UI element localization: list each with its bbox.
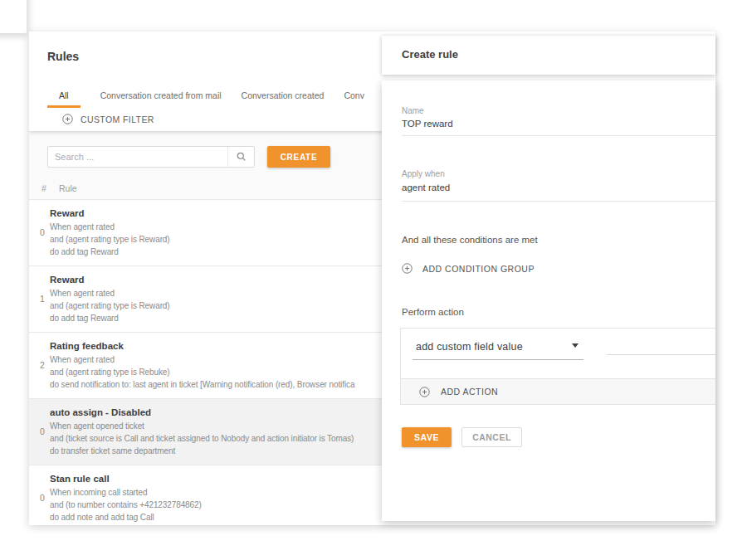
rule-action: do add note and add tag Call (50, 511, 202, 523)
rule-order: 1 (36, 294, 49, 304)
custom-filter-button[interactable]: CUSTOM FILTER (62, 114, 154, 124)
name-field[interactable]: TOP reward (402, 119, 453, 129)
rule-title: Reward (50, 273, 170, 287)
background-card-corner (0, 0, 27, 33)
rule-order: 2 (36, 360, 49, 370)
create-button[interactable]: CREATE (267, 146, 330, 168)
caret-down-icon (572, 343, 579, 348)
column-header-number: # (38, 183, 50, 193)
rule-condition: and (agent rating type is Reward) (50, 299, 170, 312)
conditions-heading: And all these conditions are met (402, 235, 538, 245)
action-type-select[interactable]: add custom field value (413, 338, 583, 360)
search-box (47, 146, 255, 168)
rule-condition: and (ticket source is Call and ticket as… (50, 432, 354, 445)
add-condition-group-label: ADD CONDITION GROUP (422, 264, 535, 274)
rule-condition: and (agent rating type is Reward) (50, 233, 170, 246)
apply-when-underline (402, 201, 715, 202)
action-value-input[interactable] (607, 337, 715, 355)
rule-condition: When incoming call started (50, 486, 202, 499)
custom-filter-label: CUSTOM FILTER (81, 114, 154, 124)
dialog-title: Create rule (402, 48, 458, 61)
action-group-box: add custom field value ADD ACTION (400, 328, 715, 405)
create-rule-body: Name TOP reward Apply when agent rated A… (382, 80, 715, 521)
rule-title: Rating feedback (50, 339, 354, 353)
circle-plus-icon (402, 263, 413, 274)
perform-action-heading: Perform action (402, 307, 464, 317)
circle-plus-icon (419, 387, 430, 397)
tab-conversation-created[interactable]: Conversation created (242, 90, 325, 108)
rule-condition: and (agent rating type is Rebuke) (50, 366, 354, 378)
table-header: # Rule (38, 183, 77, 193)
add-condition-group-button[interactable]: ADD CONDITION GROUP (402, 263, 535, 274)
name-label: Name (402, 106, 424, 115)
rule-condition: When agent opened ticket (50, 420, 354, 432)
tab-conversation-truncated[interactable]: Conv (344, 90, 364, 108)
save-button[interactable]: SAVE (402, 427, 452, 447)
page-title: Rules (47, 50, 79, 63)
create-rule-header: Create rule (382, 36, 715, 75)
name-field-underline (402, 135, 715, 136)
rule-condition: When agent rated (50, 353, 354, 366)
rule-title: Stan rule call (50, 472, 202, 486)
rule-condition: When agent rated (50, 221, 170, 233)
rule-action: do transfer ticket same department (50, 445, 354, 457)
rule-condition: When agent rated (50, 287, 170, 299)
rule-action: do send notification to: last agent in t… (50, 378, 354, 391)
rule-order: 0 (36, 426, 49, 436)
tab-all[interactable]: All (47, 90, 81, 108)
apply-when-label: Apply when (402, 169, 445, 178)
create-rule-panel: Create rule Name TOP reward Apply when a… (382, 36, 715, 521)
rule-order: 0 (36, 493, 49, 503)
rule-condition: and (to number contains +421232784862) (50, 499, 202, 511)
rule-action: do add tag Reward (50, 246, 170, 258)
column-header-rule: Rule (59, 183, 77, 193)
circle-plus-icon (62, 114, 73, 124)
add-action-label: ADD ACTION (441, 387, 498, 397)
search-button[interactable] (227, 147, 254, 167)
rules-tabs: All Conversation created from mail Conve… (47, 90, 384, 108)
tab-conversation-created-from-mail[interactable]: Conversation created from mail (100, 90, 222, 108)
search-icon (237, 152, 247, 162)
action-type-value: add custom field value (416, 341, 523, 353)
rule-title: auto assign - Disabled (50, 406, 354, 420)
apply-when-field[interactable]: agent rated (402, 183, 450, 192)
rule-order: 0 (36, 227, 49, 237)
search-input[interactable] (48, 147, 227, 167)
cancel-button[interactable]: CANCEL (461, 427, 522, 447)
rule-action: do add tag Reward (50, 312, 170, 324)
rule-title: Reward (50, 207, 170, 221)
add-action-button[interactable]: ADD ACTION (401, 378, 715, 404)
